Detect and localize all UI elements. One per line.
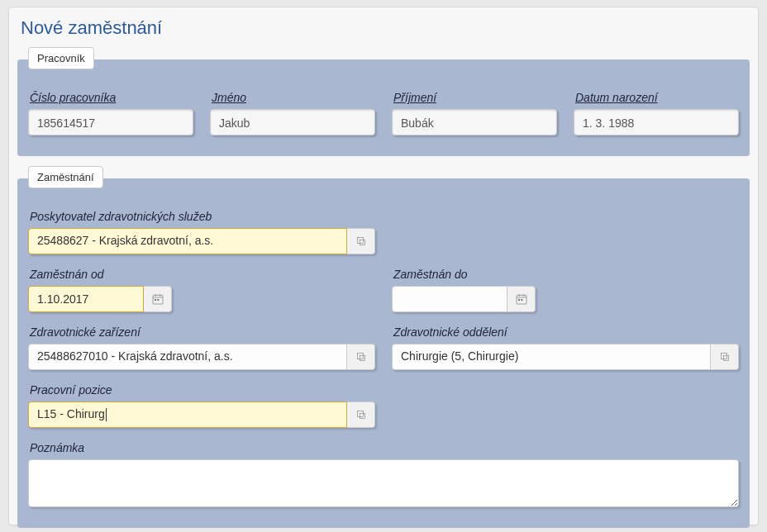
external-icon [355, 235, 367, 247]
department-input[interactable]: Chirurgie (5, Chirurgie) [392, 344, 711, 370]
calendar-icon [515, 292, 528, 306]
worker-firstname-value: Jakub [210, 109, 375, 135]
employed-from-label: Zaměstnán od [30, 268, 375, 281]
svg-rect-15 [360, 355, 364, 360]
text-cursor [106, 408, 107, 421]
note-label: Poznámka [30, 441, 739, 454]
page-title: Nové zaměstnání [21, 17, 746, 39]
worker-number-label: Číslo pracovníka [30, 91, 193, 104]
svg-rect-6 [155, 299, 156, 301]
worker-dob-label: Datum narození [575, 91, 739, 104]
provider-open-icon[interactable] [347, 228, 375, 254]
worker-number-value: 185614517 [28, 109, 193, 135]
department-label: Zdravotnické oddělení [393, 325, 739, 339]
worker-lastname-label: Příjmení [393, 91, 557, 104]
facility-input[interactable]: 25488627010 - Krajská zdravotní, a.s. [28, 344, 347, 370]
employed-to-calendar-icon[interactable] [507, 286, 536, 312]
position-input[interactable]: L15 - Chirurg [28, 401, 347, 428]
svg-rect-16 [721, 353, 727, 359]
external-icon [355, 351, 367, 363]
svg-rect-1 [360, 240, 364, 245]
svg-rect-7 [157, 299, 159, 301]
position-open-icon[interactable] [347, 401, 375, 428]
svg-rect-0 [357, 237, 363, 243]
position-label: Pracovní pozice [30, 383, 375, 397]
employment-group: Zaměstnání Poskytovatel zdravotnických s… [17, 168, 750, 528]
position-value-text: L15 - Chirurg [37, 407, 105, 420]
worker-dob-value: 1. 3. 1988 [574, 109, 739, 135]
provider-input[interactable]: 25488627 - Krajská zdravotní, a.s. [28, 228, 347, 254]
svg-rect-12 [518, 299, 520, 301]
svg-rect-17 [723, 355, 728, 360]
employment-legend: Zaměstnání [28, 166, 103, 188]
department-open-icon[interactable] [711, 344, 739, 370]
employed-from-input[interactable] [28, 286, 144, 312]
worker-firstname-label: Jméno [212, 91, 375, 104]
facility-open-icon[interactable] [347, 344, 375, 370]
svg-rect-13 [521, 299, 522, 301]
svg-rect-14 [357, 353, 363, 359]
worker-lastname-value: Bubák [392, 109, 557, 135]
provider-label: Poskytovatel zdravotnických služeb [30, 210, 375, 223]
employed-from-calendar-icon[interactable] [144, 286, 172, 312]
employed-to-input[interactable] [392, 286, 507, 312]
employed-to-label: Zaměstnán do [393, 268, 739, 281]
note-textarea[interactable] [28, 459, 739, 507]
worker-group: Pracovník Číslo pracovníka 185614517 Jmé… [17, 49, 750, 156]
svg-rect-19 [360, 413, 364, 418]
facility-label: Zdravotnické zařízení [30, 325, 375, 339]
calendar-icon [151, 292, 164, 306]
external-icon [719, 351, 731, 363]
worker-legend: Pracovník [28, 47, 94, 69]
external-icon [355, 409, 367, 420]
svg-rect-18 [357, 411, 363, 416]
